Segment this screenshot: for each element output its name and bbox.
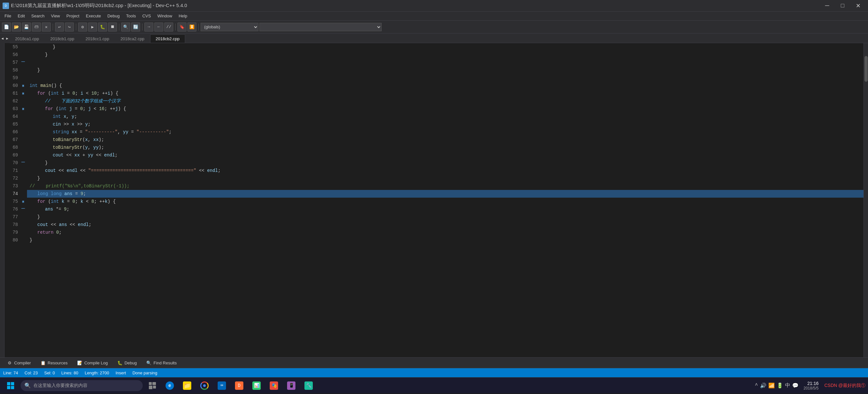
taskbar-app9[interactable]: 🔧 xyxy=(301,379,316,392)
tab-compile-log[interactable]: 📝 Compile Log xyxy=(73,358,112,367)
code-line-65[interactable]: cin >> x >> y; xyxy=(27,120,864,128)
tray-network[interactable]: 🔊 xyxy=(760,383,767,389)
taskbar-app7[interactable]: 🎭 xyxy=(266,379,282,392)
code-area[interactable]: } } } int main() { for (int i = 0; i < 1… xyxy=(27,43,864,357)
taskbar-edge[interactable]: e xyxy=(162,379,178,392)
start-button[interactable] xyxy=(3,379,19,392)
code-line-59[interactable] xyxy=(27,74,864,82)
function-dropdown[interactable] xyxy=(259,23,381,31)
tb-indent[interactable]: → xyxy=(144,23,153,32)
code-line-64[interactable]: int x, y; xyxy=(27,113,864,120)
taskbar-search[interactable]: 🔍 在这里输入你要搜索的内容 xyxy=(21,380,143,391)
tb-debug[interactable]: 🐛 xyxy=(98,23,107,32)
tray-msg[interactable]: 💬 xyxy=(792,383,799,389)
code-line-63[interactable]: for (int j = 0; j < 16; ++j) { xyxy=(27,105,864,113)
scroll-thumb[interactable] xyxy=(865,56,868,82)
code-line-77[interactable]: } xyxy=(27,213,864,221)
taskbar-chrome[interactable] xyxy=(197,379,212,392)
task-view-button[interactable] xyxy=(145,379,160,392)
menu-tools[interactable]: Tools xyxy=(123,12,139,20)
code-line-74[interactable]: long long ans = 9; xyxy=(27,190,864,198)
code-line-58[interactable]: } xyxy=(27,66,864,74)
taskbar-explorer[interactable]: 📁 xyxy=(179,379,195,392)
tb-open[interactable]: 📂 xyxy=(12,23,21,32)
menu-file[interactable]: File xyxy=(1,12,14,20)
code-line-73[interactable]: // printf("%s\n",toBinaryStr(-1)); xyxy=(27,182,864,190)
tray-volume[interactable]: 📶 xyxy=(768,383,775,389)
ci-60[interactable]: ▣ xyxy=(21,82,26,89)
tray-battery[interactable]: 🔋 xyxy=(777,383,783,389)
tab-compiler[interactable]: ⚙ Compiler xyxy=(3,358,35,367)
globals-dropdown[interactable]: (globals) xyxy=(200,23,258,31)
app5-icon: D xyxy=(235,382,243,390)
taskbar-app8[interactable]: 📱 xyxy=(283,379,299,392)
code-line-56[interactable]: } xyxy=(27,51,864,59)
tab-prev-arrow[interactable]: ◀ xyxy=(0,33,5,43)
tab-2018ca2[interactable]: 2018ca2.cpp xyxy=(115,34,150,43)
menu-window[interactable]: Window xyxy=(154,12,175,20)
code-line-57[interactable] xyxy=(27,59,864,66)
tb-replace[interactable]: 🔄 xyxy=(131,23,140,32)
taskbar-vscode[interactable]: ⌨ xyxy=(214,379,229,392)
code-line-75[interactable]: for (int k = 0; k < 8; ++k) { xyxy=(27,198,864,205)
code-line-76[interactable]: ans *= 9; xyxy=(27,205,864,213)
tb-bookmark[interactable]: 🔖 xyxy=(178,23,186,32)
tab-resources[interactable]: 📋 Resources xyxy=(36,358,72,367)
tab-next-arrow[interactable]: ▶ xyxy=(5,33,10,43)
code-line-79[interactable]: return 0; xyxy=(27,229,864,236)
tb-redo[interactable]: ↪ xyxy=(65,23,74,32)
menu-execute[interactable]: Execute xyxy=(83,12,104,20)
ci-61[interactable]: ▣ xyxy=(21,89,26,97)
tb-run[interactable]: ▶ xyxy=(88,23,97,32)
code-line-55[interactable]: } xyxy=(27,43,864,51)
menu-search[interactable]: Search xyxy=(28,12,48,20)
tb-outdent[interactable]: ← xyxy=(154,23,163,32)
tab-2018cb2[interactable]: 2018cb2.cpp xyxy=(150,34,185,43)
close-button[interactable]: ✕ xyxy=(850,0,865,11)
code-line-72[interactable]: } xyxy=(27,174,864,182)
menu-view[interactable]: View xyxy=(48,12,63,20)
tab-2018cb1[interactable]: 2018cb1.cpp xyxy=(45,34,80,43)
tb-stop[interactable]: ⏹ xyxy=(108,23,117,32)
right-scrollbar[interactable] xyxy=(864,43,868,357)
menu-edit[interactable]: Edit xyxy=(14,12,28,20)
tb-comment[interactable]: // xyxy=(164,23,173,32)
code-line-68[interactable]: toBinaryStr(y, yy); xyxy=(27,144,864,151)
tb-undo[interactable]: ↩ xyxy=(55,23,64,32)
tb-new[interactable]: 📄 xyxy=(2,23,11,32)
code-line-60[interactable]: int main() { xyxy=(27,82,864,89)
code-line-69[interactable]: cout << xx + yy << endl; xyxy=(27,151,864,159)
minimize-button[interactable]: ─ xyxy=(820,0,835,11)
menu-debug[interactable]: Debug xyxy=(104,12,123,20)
status-line: Line: 74 xyxy=(3,370,18,375)
ci-63[interactable]: ▣ xyxy=(21,105,26,113)
taskbar-app6[interactable]: 📊 xyxy=(249,379,264,392)
tab-find-results[interactable]: 🔍 Find Results xyxy=(142,358,181,367)
tb-find[interactable]: 🔍 xyxy=(121,23,130,32)
tray-ime[interactable]: 中 xyxy=(785,382,790,389)
tab-2018cc1[interactable]: 2018cc1.cpp xyxy=(80,34,115,43)
maximize-button[interactable]: □ xyxy=(835,0,850,11)
code-line-67[interactable]: toBinaryStr(x, xx); xyxy=(27,136,864,144)
menu-help[interactable]: Help xyxy=(176,12,191,20)
taskbar-app5[interactable]: D xyxy=(231,379,247,392)
code-line-71[interactable]: cout << endl << "=======================… xyxy=(27,167,864,174)
tray-chevron[interactable]: ^ xyxy=(755,383,758,389)
menu-cvs[interactable]: CVS xyxy=(139,12,154,20)
code-line-62[interactable]: // 下面的32个数字组成一个汉字 xyxy=(27,97,864,105)
tab-debug[interactable]: 🐛 Debug xyxy=(113,358,141,367)
code-line-70[interactable]: } xyxy=(27,159,864,167)
clock[interactable]: 21:16 2018/5/5 xyxy=(804,381,819,391)
tb-compile[interactable]: ⚙ xyxy=(78,23,87,32)
tb-save[interactable]: 💾 xyxy=(22,23,31,32)
code-line-61[interactable]: for (int i = 0; i < 10; ++i) { xyxy=(27,89,864,97)
code-line-78[interactable]: cout << ans << endl; xyxy=(27,221,864,229)
tab-2018ca1[interactable]: 2018ca1.cpp xyxy=(10,34,44,43)
ci-75[interactable]: ▣ xyxy=(21,198,26,205)
code-line-66[interactable]: string xx = "----------", yy = "--------… xyxy=(27,128,864,136)
tb-next-bookmark[interactable]: ⏬ xyxy=(187,23,196,32)
tb-close[interactable]: ✕ xyxy=(42,23,51,32)
tb-save-all[interactable]: 🗃 xyxy=(32,23,41,32)
code-line-80[interactable]: } xyxy=(27,236,864,244)
menu-project[interactable]: Project xyxy=(63,12,83,20)
